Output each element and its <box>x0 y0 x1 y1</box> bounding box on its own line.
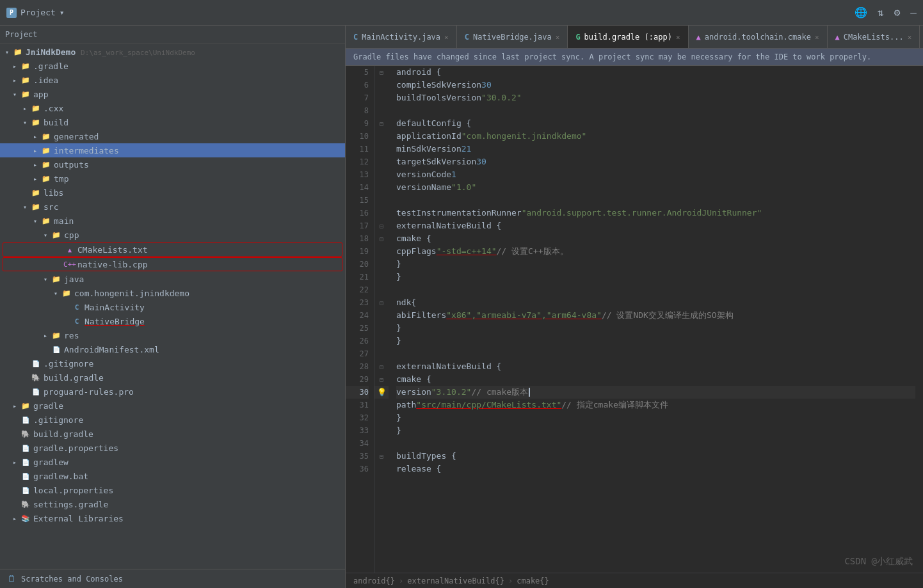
tree-item-buildgradle-root[interactable]: 🐘 build.gradle <box>0 427 345 441</box>
tree-item-tmp[interactable]: 📁 tmp <box>0 171 345 186</box>
notification-bar: Gradle files have changed since last pro… <box>346 49 923 66</box>
code-line-18: cmake { <box>396 232 915 245</box>
code-line-36: release { <box>396 463 915 475</box>
tree-item-cmakelists[interactable]: ▲ CMakeLists.txt <box>3 242 342 257</box>
tree-item-gradlew[interactable]: 📄 gradlew <box>0 455 345 469</box>
lightbulb-30[interactable]: 💡 <box>374 386 389 399</box>
file-tree[interactable]: 📁 JniNdkDemo D:\as_work_space\UniNdkDemo… <box>0 44 345 569</box>
tree-item-cpp[interactable]: 📁 cpp <box>0 228 345 242</box>
project-icon: P <box>6 8 17 18</box>
arrow-tmp <box>31 174 40 183</box>
tree-item-intermediates[interactable]: 📁 intermediates <box>0 143 345 157</box>
tree-item-gitignore-root[interactable]: 📄 .gitignore <box>0 413 345 427</box>
sync-icon[interactable]: ⇅ <box>878 6 884 19</box>
tab-icon-cmakelists: ▲ <box>835 33 840 42</box>
code-line-5: android { <box>396 66 915 79</box>
breadcrumb-cmake: cmake{} <box>517 576 549 585</box>
settings-icon[interactable]: ⚙ <box>894 6 901 19</box>
tree-item-gradle[interactable]: 📁 .gradle <box>0 59 345 73</box>
tree-item-nativelib[interactable]: C++ native-lib.cpp <box>3 257 342 271</box>
dropdown-arrow[interactable]: ▾ <box>60 8 65 17</box>
breadcrumb-sep-1: › <box>399 576 403 585</box>
code-line-22 <box>396 283 915 296</box>
project-selector[interactable]: P Project ▾ <box>6 8 65 18</box>
tab-close-toolchain[interactable]: × <box>815 33 819 42</box>
fold-35[interactable]: ⊟ <box>374 450 389 463</box>
tree-item-root[interactable]: 📁 JniNdkDemo D:\as_work_space\UniNdkDemo <box>0 45 345 59</box>
folder-icon-package: 📁 <box>61 288 72 298</box>
tab-nativebridge[interactable]: C NativeBridge.java × <box>457 26 568 49</box>
txt-icon-localprops: 📄 <box>20 485 31 495</box>
minimize-icon[interactable]: — <box>910 6 917 19</box>
tree-item-outputs[interactable]: 📁 outputs <box>0 157 345 171</box>
tree-item-src[interactable]: 📁 src <box>0 200 345 214</box>
tab-mainactivity[interactable]: C MainActivity.java × <box>346 26 457 49</box>
tab-cmakelists[interactable]: ▲ CMakeLists... × <box>828 26 920 49</box>
tree-item-external[interactable]: 📚 External Libraries <box>0 511 345 525</box>
arrow-src <box>20 202 29 211</box>
tree-item-localprops[interactable]: 📄 local.properties <box>0 483 345 497</box>
tree-item-app[interactable]: 📁 app <box>0 87 345 101</box>
tree-item-libs[interactable]: 📁 libs <box>0 186 345 200</box>
code-line-26: } <box>396 335 915 347</box>
tree-item-idea[interactable]: 📁 .idea <box>0 73 345 87</box>
arrow-app <box>10 90 19 99</box>
label-gradle: .gradle <box>33 61 68 71</box>
tab-close-nativebridge[interactable]: × <box>556 33 560 42</box>
tree-item-java[interactable]: 📁 java <box>0 272 345 286</box>
label-res: res <box>64 331 79 340</box>
tree-item-settings[interactable]: 🐘 settings.gradle <box>0 497 345 511</box>
scratches-footer[interactable]: 🗒 Scratches and Consoles <box>0 569 345 588</box>
fold-9[interactable]: ⊟ <box>374 117 389 130</box>
tree-item-build[interactable]: 📁 build <box>0 115 345 129</box>
sidebar-title: Project <box>5 30 38 39</box>
fold-29[interactable]: ⊟ <box>374 373 389 386</box>
arrow-generated <box>31 132 40 141</box>
sidebar-header: Project <box>0 26 345 44</box>
tab-close-cmakelists[interactable]: × <box>908 33 912 42</box>
fold-23[interactable]: ⊟ <box>374 296 389 309</box>
tree-item-nativebridge[interactable]: C NativeBridge <box>0 314 345 328</box>
txt-icon-gradlew: 📄 <box>20 457 31 467</box>
project-label: Project <box>20 8 56 17</box>
tree-item-main[interactable]: 📁 main <box>0 214 345 228</box>
globe-icon[interactable]: 🌐 <box>855 6 867 19</box>
code-line-24: abiFilters "x86","armeabi-v7a","arm64-v8… <box>396 309 915 322</box>
fold-17[interactable]: ⊟ <box>374 219 389 232</box>
tree-item-proguard[interactable]: 📄 proguard-rules.pro <box>0 385 345 399</box>
tree-item-generated[interactable]: 📁 generated <box>0 129 345 143</box>
ext-icon: 📚 <box>20 513 31 523</box>
tree-item-gradle-root[interactable]: 📁 gradle <box>0 399 345 413</box>
tree-item-mainactivity[interactable]: C MainActivity <box>0 300 345 314</box>
line-numbers: 5 6 7 8 9 10 11 12 13 14 15 16 17 18 19 … <box>346 66 374 573</box>
toolbar-icons: 🌐 ⇅ ⚙ — <box>855 6 917 19</box>
code-line-32: } <box>396 411 915 424</box>
code-line-25: } <box>396 322 915 335</box>
tree-item-androidmanifest[interactable]: 📄 AndroidManifest.xml <box>0 342 345 356</box>
tree-item-buildgradle-app[interactable]: 🐘 build.gradle <box>0 370 345 385</box>
label-main: main <box>54 216 74 226</box>
tab-icon-nativebridge: C <box>465 33 469 42</box>
breadcrumb-externalnativebuild: externalNativeBuild{} <box>407 576 504 585</box>
fold-5[interactable]: ⊟ <box>374 66 389 79</box>
tree-item-cxx[interactable]: 📁 .cxx <box>0 101 345 115</box>
tab-close-buildgradle[interactable]: × <box>676 33 680 42</box>
label-src: src <box>44 202 58 212</box>
tab-close-mainactivity[interactable]: × <box>444 33 449 42</box>
code-content[interactable]: android { compileSdkVersion 30 buildTool… <box>389 66 923 573</box>
tree-item-package[interactable]: 📁 com.hongenit.jnindkdemo <box>0 286 345 300</box>
arrow-java <box>41 274 50 283</box>
label-cmakelists: CMakeLists.txt <box>77 245 148 255</box>
fold-18[interactable]: ⊟ <box>374 232 389 245</box>
tree-item-gradleprops[interactable]: 📄 gradle.properties <box>0 441 345 455</box>
tab-buildgradle[interactable]: G build.gradle (:app) × <box>568 26 688 49</box>
tree-item-gitignore-app[interactable]: 📄 .gitignore <box>0 356 345 370</box>
tab-icon-buildgradle: G <box>575 33 580 42</box>
item-label-root: JniNdkDemo D:\as_work_space\UniNdkDemo <box>26 47 195 57</box>
fold-28[interactable]: ⊟ <box>374 360 389 373</box>
tree-item-res[interactable]: 📁 res <box>0 328 345 342</box>
tree-item-gradlewbat[interactable]: 📄 gradlew.bat <box>0 469 345 483</box>
code-line-34 <box>396 437 915 450</box>
tab-toolchain[interactable]: ▲ android.toolchain.cmake × <box>689 26 828 49</box>
watermark: CSDN @小红威武 <box>844 556 913 568</box>
